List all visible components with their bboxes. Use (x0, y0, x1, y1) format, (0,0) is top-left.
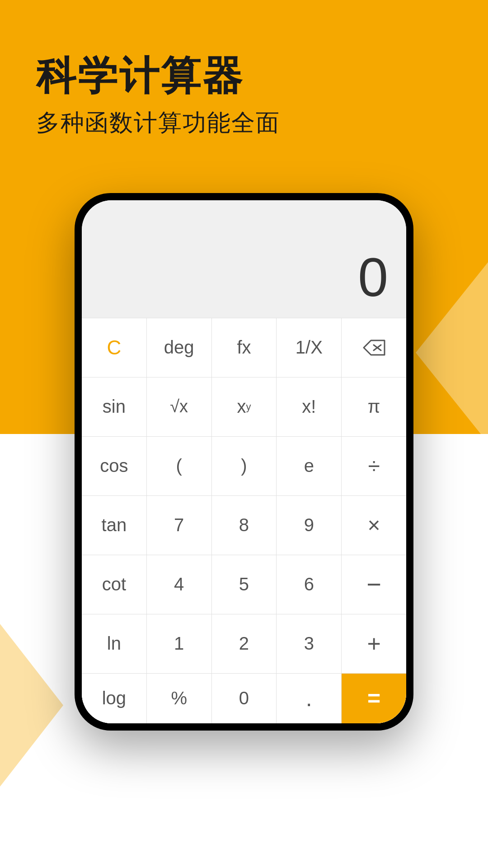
five-button[interactable]: 5 (212, 555, 277, 614)
four-button[interactable]: 4 (147, 555, 212, 614)
log-button[interactable]: log (82, 674, 147, 723)
open-paren-button[interactable]: ( (147, 437, 212, 495)
nine-button[interactable]: 9 (277, 496, 342, 555)
sqrt-label: √x (170, 397, 188, 416)
keypad-row-7: log % 0 . = (82, 673, 406, 723)
divide-button[interactable]: ÷ (342, 437, 406, 495)
app-title: 科学计算器 (36, 54, 452, 98)
keypad-row-1: C deg fx 1/X (82, 318, 406, 377)
sqrt-button[interactable]: √x (147, 377, 212, 436)
pi-button[interactable]: π (342, 377, 406, 436)
backspace-button[interactable] (342, 318, 406, 377)
app-subtitle: 多种函数计算功能全面 (36, 107, 452, 139)
six-button[interactable]: 6 (277, 555, 342, 614)
tan-button[interactable]: tan (82, 496, 147, 555)
cot-button[interactable]: cot (82, 555, 147, 614)
multiply-button[interactable]: × (342, 496, 406, 555)
keypad-row-5: cot 4 5 6 − (82, 555, 406, 614)
equals-button[interactable]: = (342, 674, 406, 723)
zero-button[interactable]: 0 (212, 674, 277, 723)
percent-button[interactable]: % (147, 674, 212, 723)
header: 科学计算器 多种函数计算功能全面 (0, 0, 488, 166)
ln-button[interactable]: ln (82, 614, 147, 673)
euler-button[interactable]: e (277, 437, 342, 495)
backspace-icon (363, 340, 385, 356)
seven-button[interactable]: 7 (147, 496, 212, 555)
three-button[interactable]: 3 (277, 614, 342, 673)
two-button[interactable]: 2 (212, 614, 277, 673)
decimal-button[interactable]: . (277, 674, 342, 723)
deg-button[interactable]: deg (147, 318, 212, 377)
factorial-button[interactable]: x! (277, 377, 342, 436)
add-button[interactable]: + (342, 614, 406, 673)
keypad-row-4: tan 7 8 9 × (82, 495, 406, 555)
calculator-display: 0 (82, 200, 406, 318)
subtract-button[interactable]: − (342, 555, 406, 614)
display-value: 0 (358, 250, 388, 304)
close-paren-button[interactable]: ) (212, 437, 277, 495)
keypad-row-2: sin √x xy x! π (82, 377, 406, 436)
power-button[interactable]: xy (212, 377, 277, 436)
phone-mockup: 0 C deg fx 1/X (0, 193, 488, 731)
keypad-row-3: cos ( ) e ÷ (82, 436, 406, 495)
reciprocal-button[interactable]: 1/X (277, 318, 342, 377)
cos-button[interactable]: cos (82, 437, 147, 495)
one-button[interactable]: 1 (147, 614, 212, 673)
clear-button[interactable]: C (82, 318, 147, 377)
keypad-row-6: ln 1 2 3 + (82, 614, 406, 673)
keypad: C deg fx 1/X sin (82, 318, 406, 723)
sin-button[interactable]: sin (82, 377, 147, 436)
fx-button[interactable]: fx (212, 318, 277, 377)
eight-button[interactable]: 8 (212, 496, 277, 555)
phone-frame: 0 C deg fx 1/X (75, 193, 413, 731)
phone-screen: 0 C deg fx 1/X (82, 200, 406, 723)
